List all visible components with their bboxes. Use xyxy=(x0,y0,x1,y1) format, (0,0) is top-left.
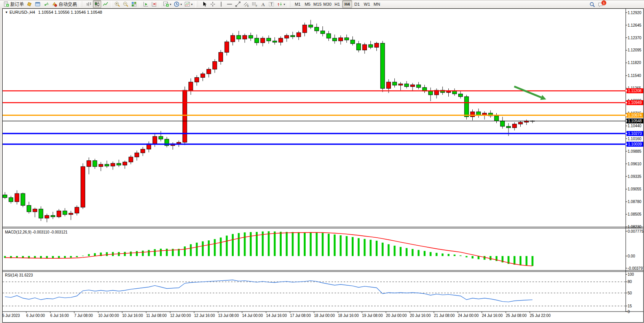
candle xyxy=(351,40,355,44)
toolbar-drag-handle[interactable] xyxy=(290,1,291,7)
svg-text:F: F xyxy=(256,5,257,7)
candle xyxy=(99,164,103,166)
crosshair-icon xyxy=(210,1,216,7)
hline-icon xyxy=(226,1,233,7)
indicators-button[interactable]: ▾ xyxy=(162,0,172,8)
candle xyxy=(39,209,43,218)
candle xyxy=(87,161,91,167)
tile-windows-button[interactable] xyxy=(130,0,138,8)
chart-area[interactable]: 1.129201.126451.123701.120951.118201.115… xyxy=(3,9,643,322)
candle xyxy=(93,161,97,167)
periods-button[interactable]: ▾ xyxy=(172,0,183,8)
zoom-out-button[interactable] xyxy=(121,0,130,8)
candle xyxy=(381,43,385,88)
horizontal-line-button[interactable] xyxy=(225,0,234,8)
candle xyxy=(237,35,241,39)
svg-text:A: A xyxy=(261,2,265,7)
timeframe-h1[interactable]: H1 xyxy=(332,0,342,8)
date-label: 24 Jul 00:00 xyxy=(458,313,479,318)
timeframe-m15[interactable]: M15 xyxy=(312,0,322,8)
templates-button[interactable]: ▾ xyxy=(183,0,194,8)
candle xyxy=(69,213,73,215)
candle xyxy=(405,84,409,86)
candle xyxy=(512,124,516,128)
cursor-button[interactable] xyxy=(200,0,209,8)
timeframe-m1[interactable]: M1 xyxy=(293,0,303,8)
trend-arrow-annotation[interactable] xyxy=(514,86,546,100)
dropdown-caret-icon[interactable]: ▾ xyxy=(180,3,182,6)
date-label: 10 Jul 16:00 xyxy=(122,313,143,318)
bar-chart-button[interactable] xyxy=(84,0,93,8)
trendline-button[interactable] xyxy=(234,0,242,8)
date-label: 11 Jul 08:00 xyxy=(146,313,167,318)
zoom-in-icon xyxy=(114,1,120,7)
candle xyxy=(45,216,49,218)
candle xyxy=(261,38,265,43)
candle xyxy=(296,33,301,37)
svg-text:1.10039: 1.10039 xyxy=(628,142,642,146)
timeframe-mn[interactable]: MN xyxy=(372,0,382,8)
line-chart-button[interactable] xyxy=(101,0,110,8)
notifications-button[interactable]: 1 xyxy=(596,1,605,8)
axis-tick-label: 1.09055 xyxy=(628,187,642,191)
candlestick-chart-button[interactable] xyxy=(93,0,101,8)
candle xyxy=(81,166,85,207)
timeframe-d1[interactable]: D1 xyxy=(352,0,362,8)
candle xyxy=(219,52,223,61)
new-order-button-label: 新订单 xyxy=(10,1,24,8)
candle xyxy=(507,126,511,128)
candle xyxy=(159,136,163,139)
horizontal-lines[interactable] xyxy=(3,91,626,144)
vline-icon xyxy=(218,1,224,7)
axis-tick-label: 0 xyxy=(628,310,630,314)
axis-tick-label: 50 xyxy=(628,291,632,295)
indicators-icon xyxy=(163,1,169,7)
navigator-button[interactable] xyxy=(33,0,42,8)
price-line-flag: 1.10039 xyxy=(625,142,643,147)
fibonacci-button[interactable]: F xyxy=(250,0,259,8)
market-watch-icon xyxy=(26,1,32,7)
candle xyxy=(518,122,523,124)
chart-shift-button[interactable] xyxy=(150,0,158,8)
candle xyxy=(464,97,469,117)
dropdown-caret-icon[interactable]: ▾ xyxy=(284,3,285,6)
toolbar-separator xyxy=(80,1,80,8)
periods-icon xyxy=(174,1,180,7)
dropdown-caret-icon[interactable]: ▾ xyxy=(170,3,171,6)
cursor-icon xyxy=(201,1,207,7)
zoom-in-button[interactable] xyxy=(113,0,121,8)
candle xyxy=(429,91,433,95)
candle xyxy=(27,205,31,212)
rsi-line xyxy=(5,280,532,302)
date-label: 12 Jul 16:00 xyxy=(194,313,215,318)
vertical-line-button[interactable] xyxy=(217,0,225,8)
toolbar-drag-handle[interactable] xyxy=(81,1,83,7)
timeframe-w1[interactable]: W1 xyxy=(362,0,372,8)
toolbar-group-timeframes: M1M5M15M30H1H4D1W1MN xyxy=(292,0,383,8)
toolbar-drag-handle[interactable] xyxy=(197,1,199,7)
candle xyxy=(285,35,289,38)
new-order-button[interactable]: 新订单 xyxy=(2,0,25,8)
timeframe-m5[interactable]: M5 xyxy=(303,0,312,8)
equidistant-channel-button[interactable]: E xyxy=(242,0,250,8)
arrows-button[interactable]: ▾ xyxy=(276,0,286,8)
chart-window[interactable]: 1.129201.126451.123701.120951.118201.115… xyxy=(2,8,644,323)
text-button[interactable]: A xyxy=(259,0,267,8)
autotrading-button[interactable]: 自动交易 xyxy=(50,0,78,8)
auto-scroll-button[interactable] xyxy=(142,0,150,8)
toolbar-separator xyxy=(140,1,140,8)
search-button[interactable] xyxy=(588,1,596,8)
dropdown-caret-icon[interactable]: ▾ xyxy=(191,3,193,6)
autotrading-button-label: 自动交易 xyxy=(59,1,77,8)
trendline-icon xyxy=(235,1,241,7)
channel-icon: E xyxy=(243,1,249,7)
crosshair-button[interactable] xyxy=(209,0,217,8)
text-label-button[interactable]: T xyxy=(267,0,276,8)
axis-tick-label: 1.11540 xyxy=(628,74,641,78)
timeframe-h4[interactable]: H4 xyxy=(342,0,352,8)
market-watch-button[interactable] xyxy=(25,0,33,8)
candle xyxy=(470,112,475,117)
timeframe-m30[interactable]: M30 xyxy=(322,0,332,8)
axis-tick-label: 1.12370 xyxy=(628,36,642,40)
signals-button[interactable] xyxy=(42,0,50,8)
